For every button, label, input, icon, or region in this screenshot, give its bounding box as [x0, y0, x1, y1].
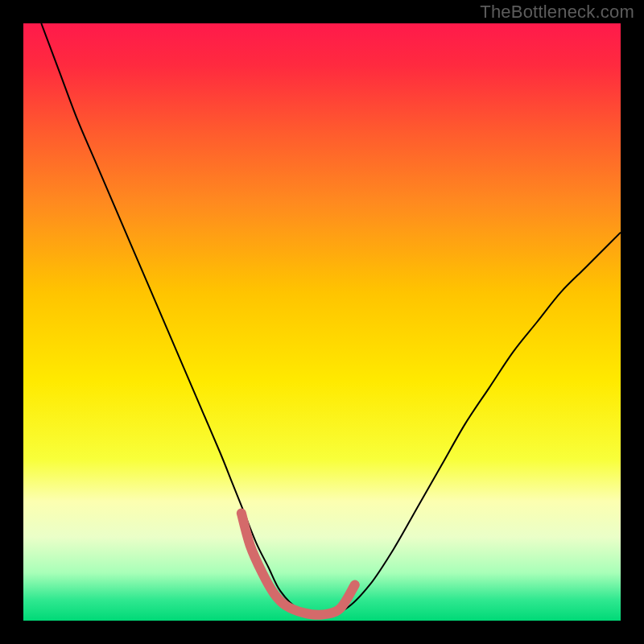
- chart-plot-area: [23, 23, 621, 621]
- chart-background: [23, 23, 621, 621]
- watermark-text: TheBottleneck.com: [480, 2, 634, 23]
- chart-frame: TheBottleneck.com: [0, 0, 644, 644]
- chart-svg: [23, 23, 621, 621]
